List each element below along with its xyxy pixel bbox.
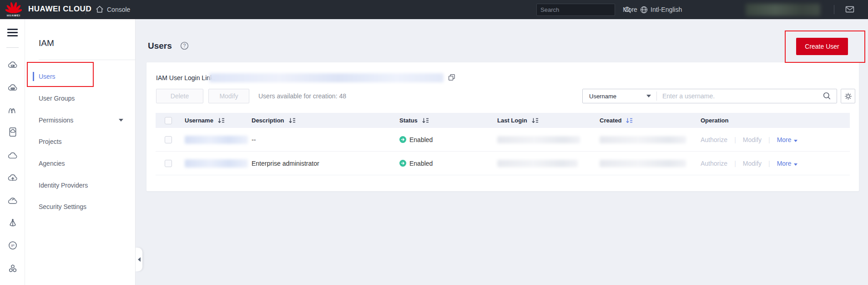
username-redacted[interactable]: [185, 159, 248, 168]
cloud-clock-icon[interactable]: [0, 195, 25, 206]
sidebar-item-agencies[interactable]: Agencies: [25, 153, 135, 173]
nav-title: IAM: [39, 38, 54, 48]
username-search-input[interactable]: [657, 92, 823, 100]
table-settings-button[interactable]: [841, 89, 855, 103]
mail-icon[interactable]: [845, 5, 854, 15]
mobile-cloud-icon[interactable]: [0, 127, 25, 137]
sort-icon[interactable]: [218, 118, 225, 123]
description-value: Enterprise administrator: [252, 160, 319, 167]
modify-link[interactable]: Modify: [743, 160, 762, 167]
row-checkbox[interactable]: [165, 160, 172, 167]
service-icon-rail: IP: [0, 19, 25, 285]
authorize-link[interactable]: Authorize: [701, 136, 727, 143]
huawei-logo-caption: HUAWEI: [5, 14, 23, 17]
language-selector[interactable]: Intl-English: [651, 6, 682, 13]
home-icon[interactable]: [96, 5, 104, 15]
column-header-created[interactable]: Created: [596, 113, 697, 128]
table-header-row: Username Description Status: [156, 113, 850, 128]
sidebar-item-permissions[interactable]: Permissions: [25, 110, 135, 130]
enabled-status-icon: [399, 136, 406, 143]
chevron-down-icon: [646, 95, 651, 97]
hamburger-menu-icon[interactable]: [7, 29, 18, 38]
active-indicator: [33, 72, 34, 81]
chevron-down-icon: [794, 140, 797, 142]
topbar-divider: [86, 5, 86, 14]
created-redacted: [600, 160, 686, 167]
sidebar-item-identity-providers[interactable]: Identity Providers: [25, 175, 135, 195]
gear-icon: [844, 92, 852, 100]
more-menu[interactable]: More: [623, 6, 637, 13]
delete-button[interactable]: Delete: [156, 89, 203, 103]
authorize-link[interactable]: Authorize: [701, 160, 727, 167]
copy-icon[interactable]: [448, 74, 455, 83]
cloud-upload-icon[interactable]: [0, 173, 25, 183]
sort-icon[interactable]: [532, 118, 539, 123]
sidebar-item-user-groups[interactable]: User Groups: [25, 88, 135, 108]
description-value: --: [252, 136, 256, 143]
svg-text:IP: IP: [11, 244, 15, 248]
people-icon[interactable]: [0, 105, 25, 116]
account-name-redacted[interactable]: [746, 4, 820, 16]
modify-link[interactable]: Modify: [743, 136, 762, 143]
hexagon-cluster-icon[interactable]: [0, 263, 25, 274]
column-header-operation: Operation: [697, 113, 850, 128]
iam-nav-panel: IAM Users User Groups Permissions Projec…: [25, 19, 136, 285]
column-header-username[interactable]: Username: [181, 113, 248, 128]
sort-icon[interactable]: [422, 118, 429, 123]
sidebar-item-users[interactable]: Users: [25, 66, 135, 87]
global-search-box: [536, 4, 615, 16]
login-link-label: IAM User Login Link:: [156, 74, 215, 81]
globe-icon[interactable]: [640, 6, 648, 15]
global-search-input[interactable]: [537, 6, 624, 13]
modify-button[interactable]: Modify: [208, 89, 249, 103]
operation-cell: Authorize | Modify | More: [697, 128, 850, 151]
console-link[interactable]: Console: [107, 6, 130, 13]
rail-divider: [6, 47, 19, 48]
last-login-redacted: [497, 136, 580, 143]
sidebar-collapse-handle[interactable]: [136, 248, 142, 271]
sort-icon[interactable]: [289, 118, 296, 123]
chevron-down-icon: [119, 119, 123, 122]
username-redacted[interactable]: [185, 136, 248, 144]
last-login-redacted: [497, 160, 578, 167]
login-link-row: IAM User Login Link:: [156, 72, 215, 83]
status-badge: Enabled: [399, 160, 433, 167]
select-all-checkbox[interactable]: [165, 117, 172, 124]
operation-cell: Authorize | Modify | More: [697, 152, 850, 175]
table-row: Enterprise administrator Enabled Authori…: [156, 152, 850, 175]
cloud-database-icon[interactable]: [0, 82, 25, 93]
column-header-description[interactable]: Description: [248, 113, 396, 128]
more-link[interactable]: More: [777, 136, 797, 143]
ip-icon[interactable]: IP: [0, 240, 25, 251]
sort-icon-active[interactable]: [626, 118, 633, 123]
page-title: Users: [148, 41, 172, 51]
more-link[interactable]: More: [777, 160, 797, 167]
filter-field-select[interactable]: Username: [583, 89, 656, 103]
users-available-text: Users available for creation: 48: [258, 92, 346, 100]
cloud-icon[interactable]: [0, 150, 25, 161]
topbar-divider: [834, 5, 834, 14]
pyramid-icon[interactable]: [0, 218, 25, 229]
create-user-button[interactable]: Create User: [796, 38, 848, 55]
chevron-down-icon: [794, 163, 797, 166]
sidebar-item-projects[interactable]: Projects: [25, 132, 135, 152]
status-badge: Enabled: [399, 136, 433, 143]
users-table: Username Description Status: [156, 113, 850, 175]
huawei-logo-icon[interactable]: HUAWEI: [5, 1, 23, 18]
nav-divider: [39, 60, 135, 60]
users-card: IAM User Login Link: Delete Modify Users…: [146, 62, 859, 191]
column-header-status[interactable]: Status: [396, 113, 494, 128]
help-icon[interactable]: ?: [180, 41, 189, 52]
created-redacted: [600, 136, 686, 143]
table-row: -- Enabled Authorize | Modify: [156, 128, 850, 152]
cloud-server-icon[interactable]: [0, 59, 25, 70]
search-icon[interactable]: [823, 92, 831, 100]
enabled-status-icon: [399, 160, 406, 167]
column-header-last-login[interactable]: Last Login: [494, 113, 596, 128]
svg-text:?: ?: [183, 43, 186, 48]
row-checkbox[interactable]: [165, 136, 172, 143]
sidebar-item-security-settings[interactable]: Security Settings: [25, 197, 135, 217]
login-link-value-redacted: [209, 73, 444, 82]
brand-title: HUAWEI CLOUD: [28, 5, 91, 14]
user-filter-box: Username: [582, 89, 837, 103]
